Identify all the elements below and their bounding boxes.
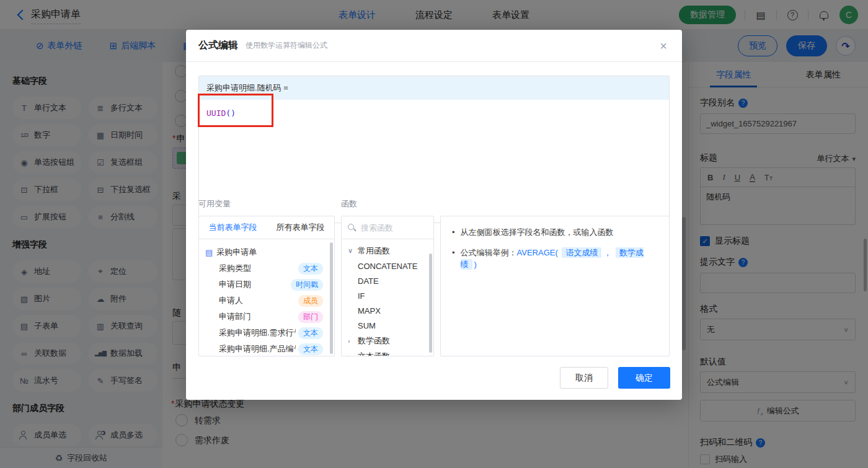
function-item[interactable]: CONCATENATE (348, 258, 431, 273)
search-icon (348, 224, 356, 232)
variables-scrollbar[interactable] (330, 242, 333, 354)
formula-edit-modal: 公式编辑 使用数学运算符编辑公式 × 采购申请明细.随机码 = UUID() 可… (186, 30, 682, 400)
field-chip: 语文成绩 (562, 247, 601, 258)
confirm-button[interactable]: 确定 (618, 367, 670, 389)
function-item[interactable]: DATE (348, 273, 431, 288)
tree-root-form[interactable]: ▤ 采购申请单 (205, 244, 328, 260)
variable-row[interactable]: 申请部门部门 (205, 309, 328, 325)
type-badge: 成员 (298, 295, 323, 307)
function-group-common[interactable]: ∨常用函数 (348, 243, 431, 258)
function-search (342, 216, 433, 239)
variables-panel: 当前表单字段 所有表单字段 ▤ 采购申请单 采购类型文本 申请日期时间戳 申请人… (198, 216, 335, 356)
type-badge: 文本 (298, 263, 323, 275)
tab-current-form-fields[interactable]: 当前表单字段 (199, 216, 267, 239)
type-badge: 部门 (298, 311, 323, 323)
functions-scrollbar[interactable] (429, 254, 432, 353)
document-icon: ▤ (205, 248, 213, 257)
chevron-right-icon: › (348, 337, 354, 345)
tip-line: • 从左侧面板选择字段名和函数，或输入函数 (452, 226, 658, 239)
variable-row[interactable]: 申请人成员 (205, 293, 328, 309)
type-badge: 文本 (298, 327, 323, 339)
formula-editor: 采购申请明细.随机码 = UUID() (198, 76, 670, 223)
function-group-math[interactable]: ›数学函数 (348, 333, 431, 348)
functions-section-label: 函数 (341, 198, 357, 210)
variable-row[interactable]: 采购申请明细.产品编号文本 (205, 341, 328, 356)
modal-subtitle: 使用数学运算符编辑公式 (246, 40, 327, 51)
type-badge: 时间戳 (291, 279, 323, 291)
bullet: • (452, 247, 455, 271)
close-icon[interactable]: × (655, 37, 672, 55)
variable-row[interactable]: 申请日期时间戳 (205, 276, 328, 293)
cancel-button[interactable]: 取消 (560, 367, 608, 389)
type-badge: 文本 (298, 343, 323, 355)
variable-row[interactable]: 采购申请明细.需求行号文本 (205, 325, 328, 341)
variables-section-label: 可用变量 (198, 198, 231, 210)
modal-title: 公式编辑 (198, 39, 238, 52)
functions-panel: ∨常用函数 CONCATENATE DATE IF MAPX SUM ›数学函数… (341, 216, 434, 356)
function-group-text[interactable]: ›文本函数 (348, 348, 431, 356)
bullet: • (452, 226, 455, 239)
annotation-highlight (198, 94, 273, 127)
function-item[interactable]: MAPX (348, 303, 431, 318)
tab-all-form-fields[interactable]: 所有表单字段 (267, 216, 334, 239)
help-tips-panel: • 从左侧面板选择字段名和函数，或输入函数 • 公式编辑举例：AVERAGE( … (440, 216, 670, 356)
chevron-down-icon: ∨ (348, 247, 354, 255)
function-search-input[interactable] (361, 223, 427, 232)
formula-code-area[interactable]: UUID() (199, 100, 669, 223)
chevron-right-icon: › (348, 353, 354, 357)
function-item[interactable]: SUM (348, 318, 431, 333)
variable-row[interactable]: 采购类型文本 (205, 260, 328, 276)
tip-example-line: • 公式编辑举例：AVERAGE( 语文成绩， 数学成绩) (452, 247, 658, 271)
function-item[interactable]: IF (348, 288, 431, 303)
